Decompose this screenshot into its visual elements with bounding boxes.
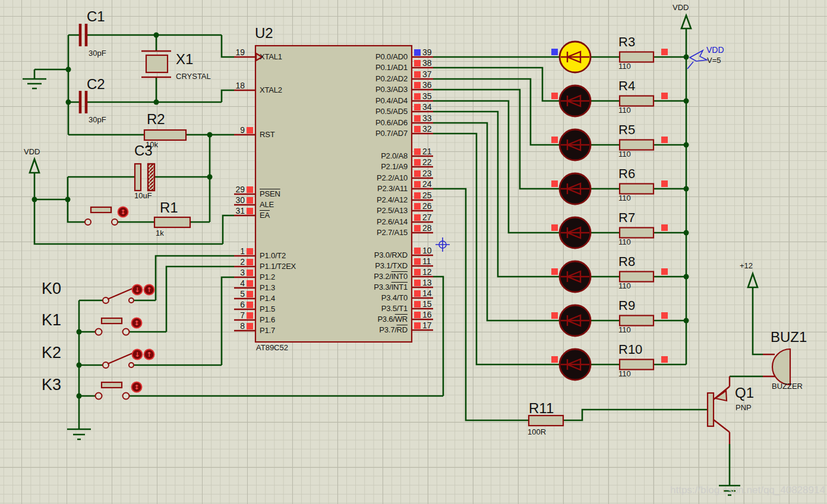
switch-k0-label: K0 [42,280,61,298]
pin-marker [414,214,421,221]
pin-marker [414,71,421,78]
pin-marker [414,148,421,155]
pin-label-text: P2.5/A13 [377,206,408,215]
pin-label-text: P3.6/ [377,315,394,324]
pin-number: 19 [221,47,245,57]
pin-marker [414,269,421,275]
pin-label: P3.3/INT1 [334,283,408,291]
capacitor-c1[interactable] [80,24,86,46]
up-arrow-icon: ↑ [146,286,151,294]
pin-marker [247,302,253,308]
resistor-body[interactable] [620,140,654,150]
resistor-body[interactable] [620,52,654,62]
pin-label: P2.1/A9 [334,162,408,171]
pin-label-text: P3.5/T1 [381,304,408,313]
capacitor-c3[interactable] [135,164,154,191]
buz1-ref: BUZ1 [771,329,807,345]
switch-k3-label: K3 [42,376,61,394]
pin-label-overlined: RD [397,325,408,334]
pin-number: 31 [221,206,245,215]
resistor-body[interactable] [620,272,654,282]
resistor-r2-body[interactable] [144,130,186,140]
pin-label: P1.5 [260,305,275,313]
resistor-r1-body[interactable] [154,217,190,227]
pin-label-text: P2.6/A14 [377,217,408,226]
pin-label-text: P0.5/AD5 [375,107,408,116]
resistor-ref: R8 [618,254,635,270]
resistor-r11-body[interactable] [529,416,563,426]
pin-label-text: P0.3/AD3 [375,85,408,94]
pin-label: P0.6/AD6 [334,118,408,127]
pin-number: 26 [422,201,432,211]
pin-label: P1.7 [260,326,275,335]
resistor-ref: R3 [618,34,635,50]
pin-label-text: P3.7/ [379,325,396,334]
pin-marker [414,93,421,100]
pin-marker [247,127,253,134]
pin-label: P2.5/A13 [334,206,408,215]
capacitor-c2[interactable] [80,91,86,113]
pin-marker [247,312,253,319]
pin-label: P3.2/INT0 [334,272,408,281]
ground-symbol [23,79,46,88]
pin-number: 8 [221,321,245,331]
buzzer-buz1[interactable] [763,349,790,385]
pin-label-text: P3.3/ [374,283,391,291]
pin-number: 29 [221,185,245,194]
net-marker [661,356,668,363]
plus12-arrow [748,274,757,287]
pin-marker [247,186,253,193]
pin-label-text: P0.1/AD1 [375,63,408,72]
pin-marker [247,259,253,265]
net-marker [661,224,668,231]
c1-ref: C1 [87,8,105,25]
pin-label: P2.6/A14 [334,217,408,226]
net-marker [661,137,668,143]
resistor-body[interactable] [620,228,654,238]
pin-number: 3 [221,268,245,277]
watermark: https://blog.csdn.net/qq_40828914 [670,484,823,496]
net-marker [551,224,558,231]
probe-net-label: VDD [706,45,724,55]
pin-label: P2.2/A10 [334,173,408,182]
resistor-ref: R10 [618,342,642,357]
pin-label: P2.7/A15 [334,228,408,237]
pin-number: 21 [422,147,432,156]
pin-marker [247,208,253,214]
pin-number: 7 [221,310,245,320]
pin-marker [247,270,253,276]
pin-label-text: P2.2/A10 [377,173,408,182]
pin-label: ALE [260,200,274,209]
pin-label-text: P2.3/A11 [377,184,408,193]
r2-ref: R2 [147,111,165,128]
pin-marker [247,197,253,204]
resistor-body[interactable] [620,316,654,326]
x1-value: CRYSTAL [176,72,211,81]
pin-marker [247,280,253,287]
c3-ref: C3 [134,142,153,159]
resistor-ref: R5 [618,122,635,138]
pin-label-text: RST [260,130,274,139]
crystal-x1[interactable] [141,51,171,77]
pin-label: P1.3 [260,283,275,292]
pin-label-text: P2.0/A8 [381,151,408,160]
resistor-body[interactable] [620,360,654,370]
pin-number: 4 [221,278,245,288]
pin-marker [247,291,253,297]
pin-marker [414,192,421,199]
resistor-body[interactable] [620,96,654,106]
resistor-body[interactable] [620,184,654,194]
pin-label: PSEN [260,189,280,198]
pin-label: P1.4 [260,294,275,303]
pin-number: 25 [422,191,432,200]
pin-marker [414,115,421,122]
pin-label: P1.0/T2 [260,251,286,260]
transistor-q1[interactable] [708,376,730,444]
pin-label: P0.4/AD4 [334,96,408,105]
pin-marker [414,290,421,297]
pin-marker [414,49,421,56]
net-marker [551,312,558,319]
pin-label-text: P1.2 [260,272,275,281]
pin-label-overlined: INT0 [392,272,408,281]
pin-number: 27 [422,213,432,222]
